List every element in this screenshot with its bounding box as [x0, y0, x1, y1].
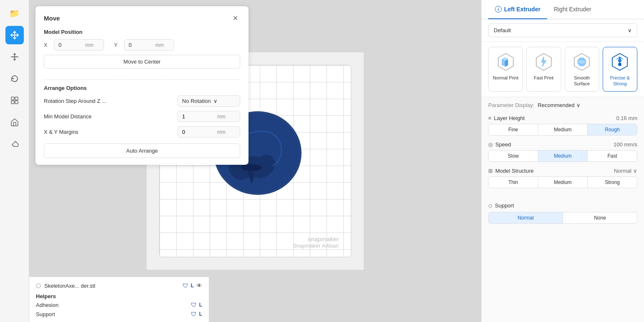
layer-height-value: 0.16 mm — [616, 115, 637, 121]
eye-icon[interactable]: 👁 — [196, 282, 202, 289]
support-title: Support — [495, 202, 514, 209]
adhesion-shield-icon: 🛡 — [191, 302, 197, 308]
speed-slow-btn[interactable]: Slow — [489, 151, 538, 161]
smooth-surface-label: Smooth Surface — [568, 75, 596, 87]
fast-print-card[interactable]: Fast Print — [526, 47, 561, 92]
layer-height-buttons: Fine Medium Rough — [488, 124, 637, 135]
x-input-field[interactable]: mm — [54, 39, 104, 51]
xy-margins-label: X & Y Margins — [44, 129, 177, 135]
profile-select[interactable]: Default ∨ — [488, 23, 637, 37]
speed-icon: ◎ — [488, 141, 493, 148]
normal-print-card[interactable]: Normal Print — [488, 47, 523, 92]
precise-strong-card[interactable]: Precise & Strong — [603, 47, 637, 92]
min-distance-input[interactable] — [182, 113, 216, 120]
speed-header: ◎ Speed 100 mm/s — [488, 141, 637, 148]
model-structure-header: ⊞ Model Structure Normal ∨ — [488, 168, 637, 174]
param-display-row: Parameter Display: Recommended ∨ — [488, 102, 637, 108]
layer-height-icon: ≡ — [488, 115, 492, 121]
xy-margins-input[interactable] — [182, 129, 216, 135]
y-input-field[interactable]: mm — [124, 39, 174, 51]
model-position-label: Model Position — [44, 29, 240, 35]
min-distance-row: Min Model Distance mm — [44, 111, 240, 122]
rotation-chevron: ∨ — [213, 98, 218, 104]
normal-print-label: Normal Print — [493, 75, 518, 81]
rotation-select[interactable]: No Rotation ∨ — [177, 95, 240, 107]
normal-print-icon — [497, 51, 515, 72]
speed-fast-btn[interactable]: Fast — [588, 151, 637, 161]
min-distance-field[interactable]: mm — [177, 111, 240, 122]
param-display-label: Parameter Display: — [488, 102, 535, 108]
param-display-text: Recommended — [538, 102, 575, 108]
helpers-title: Helpers — [36, 291, 202, 300]
min-distance-label: Min Model Distance — [44, 113, 177, 120]
close-button[interactable]: ✕ — [230, 13, 240, 23]
divider — [44, 79, 240, 80]
model-structure-label: Model Structure — [495, 168, 534, 174]
adhesion-row: Adhesion 🛡 L — [36, 300, 202, 309]
x-input[interactable] — [58, 42, 84, 48]
support-extruder: L — [199, 311, 202, 317]
file-actions: 🛡 L 👁 — [183, 282, 202, 289]
support-controls: 🛡 L — [191, 311, 202, 317]
extruder-tabs: i Left Extruder Right Extruder — [482, 0, 644, 19]
auto-arrange-button[interactable]: Auto Arrange — [44, 143, 240, 158]
layer-height-label: Layer Height — [494, 115, 525, 121]
sidebar-icon-home[interactable] — [5, 113, 24, 131]
xy-margins-row: X & Y Margins mm — [44, 126, 240, 138]
speed-label: Speed — [495, 141, 511, 148]
params-section: Parameter Display: Recommended ∨ ≡ Layer… — [482, 97, 644, 199]
model-structure-chevron: ∨ — [633, 168, 637, 174]
left-extruder-label: Left Extruder — [504, 6, 540, 13]
speed-medium-btn[interactable]: Medium — [538, 151, 588, 161]
fast-print-icon — [535, 51, 553, 72]
smooth-surface-card[interactable]: Smooth Surface — [565, 47, 599, 92]
layer-height-medium-btn[interactable]: Medium — [538, 124, 588, 135]
support-normal-btn[interactable]: Normal — [489, 212, 563, 223]
precise-strong-icon — [611, 51, 629, 72]
support-buttons: Normal None — [488, 212, 637, 224]
shield-icon: 🛡 — [183, 282, 188, 289]
sidebar-icon-rotate[interactable] — [5, 69, 24, 88]
file-cube-icon: ⬡ — [36, 282, 41, 289]
sidebar-icon-eraser[interactable] — [5, 135, 24, 153]
y-input[interactable] — [129, 42, 154, 48]
model-structure-strong-btn[interactable]: Strong — [588, 177, 637, 188]
support-none-btn[interactable]: None — [563, 212, 637, 223]
adhesion-controls: 🛡 L — [191, 302, 202, 308]
support-diamond-icon: ◇ — [488, 202, 492, 209]
param-display-value[interactable]: Recommended ∨ — [538, 102, 581, 108]
layer-height-fine-btn[interactable]: Fine — [489, 124, 538, 135]
model-structure-value[interactable]: Normal ∨ — [614, 168, 637, 174]
watermark-brand: snapmaker — [293, 235, 339, 243]
min-distance-unit: mm — [217, 114, 226, 120]
speed-buttons: Slow Medium Fast — [488, 150, 637, 162]
layer-height-rough-btn[interactable]: Rough — [588, 124, 637, 135]
svg-point-6 — [241, 164, 262, 171]
model-structure-medium-btn[interactable]: Medium — [538, 177, 588, 188]
svg-rect-3 — [15, 101, 18, 104]
model-structure-icon: ⊞ — [488, 168, 493, 174]
move-to-center-button[interactable]: Move to Center — [44, 55, 240, 69]
sidebar-icon-move[interactable] — [5, 26, 24, 44]
right-extruder-tab[interactable]: Right Extruder — [547, 0, 598, 19]
xy-margins-field[interactable]: mm — [177, 126, 240, 138]
rotation-label: Rotation Step Around Z ... — [44, 98, 177, 104]
sidebar-icon-layers[interactable] — [5, 91, 24, 110]
model-structure-thin-btn[interactable]: Thin — [489, 177, 538, 188]
move-panel: Move ✕ Model Position X mm Y mm Move to … — [35, 6, 248, 165]
left-extruder-tab[interactable]: i Left Extruder — [488, 0, 547, 19]
profile-row: Default ∨ — [482, 19, 644, 42]
support-label: Support — [36, 311, 55, 317]
profile-value: Default — [494, 27, 511, 33]
layer-height-param: ≡ Layer Height 0.16 mm Fine Medium Rough — [488, 115, 637, 135]
panel-title: Move — [44, 15, 60, 22]
sidebar-icon-scale[interactable] — [5, 48, 24, 66]
xy-margins-unit: mm — [217, 129, 226, 135]
support-section: ◇ Support Normal None — [482, 199, 644, 229]
y-unit: mm — [155, 42, 164, 48]
info-icon: i — [495, 6, 502, 13]
model-structure-text: Normal — [614, 168, 631, 174]
sidebar-icon-folder[interactable]: 📁 — [5, 4, 24, 23]
smooth-surface-icon — [573, 51, 591, 72]
speed-name: ◎ Speed — [488, 141, 511, 148]
